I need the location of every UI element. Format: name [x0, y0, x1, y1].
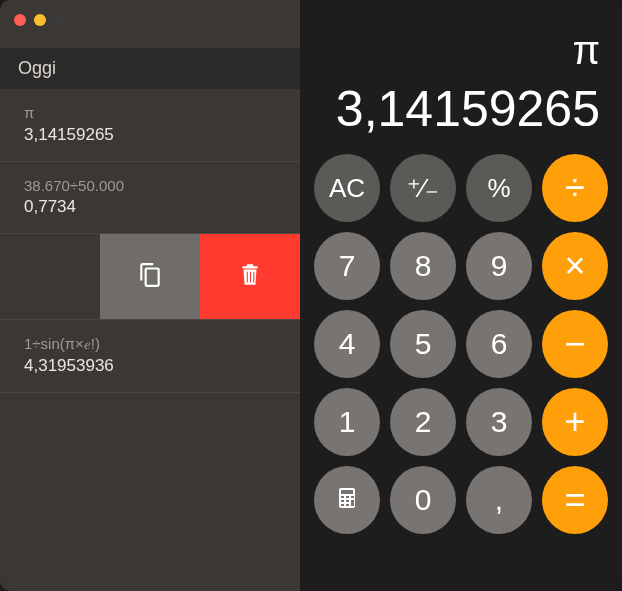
display-value: 3,14159265 — [322, 84, 600, 134]
minus-button[interactable]: − — [542, 310, 608, 378]
history-list: π 3,14159265 38.670÷50.000 0,7734 — [0, 89, 300, 591]
digit-1-button[interactable]: 1 — [314, 388, 380, 456]
copy-icon — [137, 262, 163, 292]
history-result: 4,31953936 — [24, 356, 280, 376]
history-panel: Oggi π 3,14159265 38.670÷50.000 0,7734 — [0, 0, 300, 591]
history-item[interactable]: 38.670÷50.000 0,7734 — [0, 162, 300, 235]
percent-button[interactable]: % — [466, 154, 532, 222]
maximize-button[interactable] — [54, 14, 66, 26]
close-button[interactable] — [14, 14, 26, 26]
calculator-icon — [335, 483, 359, 517]
digit-2-button[interactable]: 2 — [390, 388, 456, 456]
mode-button[interactable] — [314, 466, 380, 534]
window-controls — [14, 14, 66, 26]
history-item[interactable]: 1÷sin(π×𝑒!) 4,31953936 — [0, 320, 300, 393]
digit-0-button[interactable]: 0 — [390, 466, 456, 534]
calculator-window: Oggi π 3,14159265 38.670÷50.000 0,7734 — [0, 0, 622, 591]
display-symbol: π — [322, 30, 600, 70]
digit-3-button[interactable]: 3 — [466, 388, 532, 456]
history-header: Oggi — [0, 48, 300, 89]
sign-button[interactable]: ⁺∕₋ — [390, 154, 456, 222]
history-item-swiped — [0, 234, 300, 320]
ac-button[interactable]: AC — [314, 154, 380, 222]
calculator-panel: π 3,14159265 AC ⁺∕₋ % ÷ 7 8 9 × 4 5 6 − … — [300, 0, 622, 591]
plus-button[interactable]: + — [542, 388, 608, 456]
swipe-spacer — [0, 234, 100, 319]
digit-8-button[interactable]: 8 — [390, 232, 456, 300]
display: π 3,14159265 — [312, 12, 610, 140]
digit-4-button[interactable]: 4 — [314, 310, 380, 378]
digit-5-button[interactable]: 5 — [390, 310, 456, 378]
keypad: AC ⁺∕₋ % ÷ 7 8 9 × 4 5 6 − 1 2 3 + 0 , = — [312, 154, 610, 534]
copy-button[interactable] — [100, 234, 200, 319]
equals-button[interactable]: = — [542, 466, 608, 534]
decimal-button[interactable]: , — [466, 466, 532, 534]
multiply-button[interactable]: × — [542, 232, 608, 300]
trash-icon — [237, 262, 263, 292]
history-expression: π — [24, 103, 280, 123]
digit-6-button[interactable]: 6 — [466, 310, 532, 378]
digit-9-button[interactable]: 9 — [466, 232, 532, 300]
history-expression: 1÷sin(π×𝑒!) — [24, 334, 280, 354]
history-item[interactable]: π 3,14159265 — [0, 89, 300, 162]
minimize-button[interactable] — [34, 14, 46, 26]
history-expression: 38.670÷50.000 — [24, 176, 280, 196]
history-result: 3,14159265 — [24, 125, 280, 145]
divide-button[interactable]: ÷ — [542, 154, 608, 222]
digit-7-button[interactable]: 7 — [314, 232, 380, 300]
delete-button[interactable] — [200, 234, 300, 319]
history-result: 0,7734 — [24, 197, 280, 217]
